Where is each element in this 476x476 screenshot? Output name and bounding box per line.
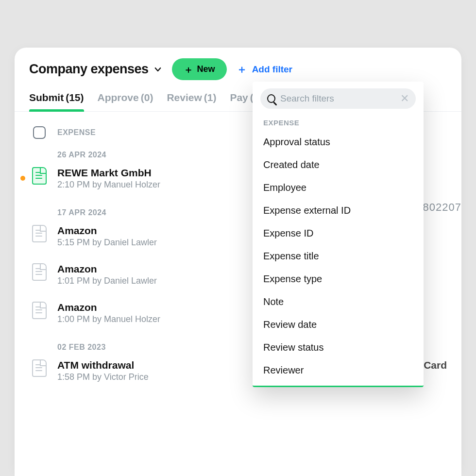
filter-option[interactable]: Review status [257, 336, 419, 359]
filter-option[interactable]: Expense type [257, 268, 419, 290]
filter-search-input[interactable] [280, 93, 395, 104]
filter-option[interactable]: Reviewer [257, 359, 419, 382]
tab-count: (15) [66, 92, 84, 103]
new-button[interactable]: ＋ New [172, 58, 227, 80]
title-dropdown[interactable]: Company expenses [29, 62, 162, 77]
document-icon [32, 302, 47, 319]
filter-option[interactable]: Review date [257, 313, 419, 336]
column-expense: EXPENSE [57, 128, 96, 137]
tab-approve[interactable]: Approve (0) [98, 92, 153, 111]
filter-option[interactable]: Approval status [257, 131, 419, 153]
tab-label: Pay [230, 92, 248, 103]
plus-icon: ＋ [184, 65, 193, 74]
add-filter-label: Add filter [252, 64, 292, 75]
document-icon [32, 167, 47, 185]
filter-option[interactable]: Expense external ID [257, 199, 419, 222]
filter-option[interactable]: Employee [257, 176, 419, 199]
filter-group-label: EXPENSE [257, 116, 419, 131]
header: Company expenses ＋ New ＋ Add filter [15, 48, 461, 85]
expenses-card: Company expenses ＋ New ＋ Add filter Subm… [15, 48, 461, 476]
method-label: Card [424, 359, 447, 371]
filter-option[interactable]: Expense ID [257, 222, 419, 245]
chevron-down-icon [153, 65, 162, 74]
tab-label: Submit [29, 92, 64, 103]
filter-popover: ✕ EXPENSE Approval statusCreated dateEmp… [253, 82, 424, 387]
select-all-checkbox[interactable] [33, 126, 46, 139]
tab-count: (0) [141, 92, 153, 103]
filter-option[interactable]: Expense title [257, 245, 419, 268]
tab-label: Approve [98, 92, 139, 103]
search-icon [267, 94, 275, 103]
filter-option[interactable]: Note [257, 290, 419, 313]
tab-review[interactable]: Review (1) [167, 92, 216, 111]
plus-icon: ＋ [237, 64, 247, 75]
tab-label: Review [167, 92, 202, 103]
status-dot-icon [20, 176, 25, 181]
clear-icon[interactable]: ✕ [400, 93, 409, 104]
tab-submit[interactable]: Submit (15) [29, 92, 84, 111]
filter-option[interactable]: Created date [257, 153, 419, 176]
document-icon [32, 225, 47, 242]
document-icon [32, 263, 47, 281]
page-title: Company expenses [29, 62, 149, 77]
new-button-label: New [197, 64, 215, 74]
tab-count: (1) [204, 92, 217, 103]
filter-search[interactable]: ✕ [260, 88, 416, 109]
document-icon [32, 359, 47, 377]
add-filter-button[interactable]: ＋ Add filter [237, 64, 292, 75]
filter-options: Approval statusCreated dateEmployeeExpen… [257, 131, 419, 382]
